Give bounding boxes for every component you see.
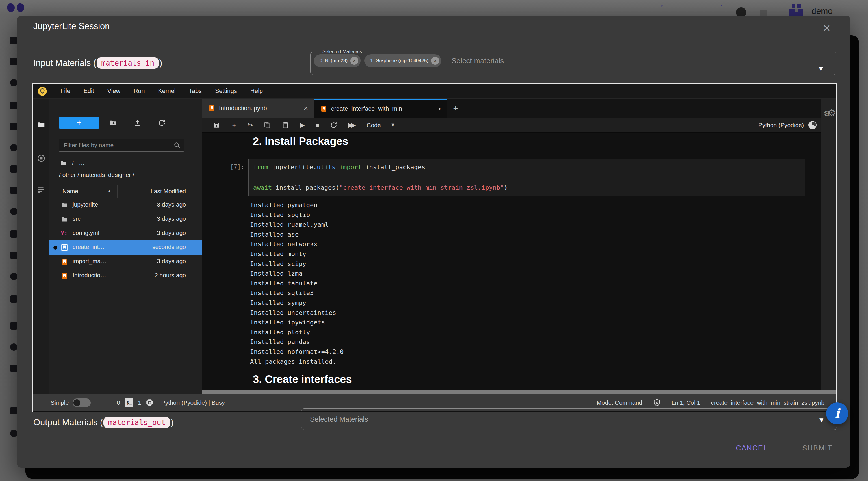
input-materials-variable: materials_in [97, 57, 159, 69]
sort-ascending-icon[interactable]: ▲ [107, 189, 111, 193]
code-line [253, 172, 801, 183]
chip-remove-icon[interactable]: × [350, 57, 358, 65]
notebook-main-area: Introduction.ipynb×create_interface_with… [202, 99, 820, 394]
code-line: from jupyterlite.utils import install_pa… [253, 162, 801, 172]
table-of-contents-icon[interactable] [37, 186, 45, 194]
tab-bar: Introduction.ipynb×create_interface_with… [202, 99, 820, 118]
menu-file[interactable]: File [60, 88, 70, 95]
cursor-position[interactable]: Ln 1, Col 1 [672, 399, 701, 406]
breadcrumb-root[interactable]: / [72, 160, 74, 167]
stop-kernel-icon[interactable]: ■ [315, 122, 319, 129]
file-name: import_ma… [73, 258, 106, 265]
home-folder-icon[interactable] [60, 160, 67, 167]
kernel-name[interactable]: Python (Pyodide) [758, 122, 804, 128]
file-row[interactable]: src3 days ago [50, 212, 202, 227]
input-materials-suffix: ) [159, 58, 162, 68]
section-heading-3: 3. Create interfaces [253, 373, 352, 386]
material-chip[interactable]: 1: Graphene (mp-1040425)× [365, 54, 441, 67]
notebook-tab[interactable]: create_interface_with_min_● [314, 99, 447, 118]
output-line: Installed scipy [250, 259, 344, 269]
selected-materials-field[interactable]: Selected Materials 0: Ni (mp-23)×1: Grap… [310, 49, 836, 75]
column-name[interactable]: Name [62, 188, 78, 195]
file-row[interactable]: Y:config.yml3 days ago [50, 227, 202, 241]
restart-run-all-icon[interactable]: ▶▶ [348, 122, 354, 129]
output-line: Installed ipywidgets [250, 318, 344, 328]
restart-kernel-icon[interactable] [330, 122, 337, 129]
tab-close-icon[interactable]: × [304, 104, 308, 113]
running-kernels-icon[interactable] [37, 154, 45, 162]
info-button[interactable]: i [826, 402, 848, 424]
menu-tabs[interactable]: Tabs [189, 88, 202, 95]
chip-remove-icon[interactable]: × [431, 57, 439, 65]
active-filename: create_interface_with_min_strain_zsl.ipy… [711, 399, 825, 406]
upload-icon[interactable] [134, 119, 142, 127]
output-materials-prefix: Output Materials ( [33, 417, 103, 428]
kernel-status[interactable]: Python (Pyodide) | Busy [161, 399, 225, 406]
chevron-down-icon[interactable]: ▼ [818, 416, 825, 424]
command-mode-indicator[interactable]: Mode: Command [597, 399, 642, 406]
notebook-content: 2. Install Packages [7]: from jupyterlit… [202, 132, 820, 390]
submit-button[interactable]: SUBMIT [801, 444, 834, 452]
cell-type-select[interactable]: Code [367, 122, 381, 128]
header-divider [17, 44, 850, 44]
notebook-file-icon [61, 258, 68, 265]
output-line: Installed ruamel.yaml [250, 220, 344, 230]
breadcrumb-path[interactable]: / other / materials_designer / [59, 172, 134, 178]
folder-icon [61, 216, 68, 223]
unsaved-changes-dot: ● [438, 106, 441, 112]
file-filter-input[interactable] [63, 140, 169, 150]
menu-settings[interactable]: Settings [215, 88, 237, 95]
running-indicator-dot [53, 246, 57, 249]
cell-type-chevron-icon[interactable]: ▼ [391, 122, 396, 128]
cancel-button[interactable]: CANCEL [734, 444, 769, 452]
file-modified: seconds ago [152, 244, 186, 250]
file-row[interactable]: create_int…seconds ago [50, 241, 202, 254]
output-line: Installed lzma [250, 269, 344, 279]
selected-materials-legend: Selected Materials [320, 49, 364, 55]
menu-help[interactable]: Help [250, 88, 263, 95]
file-modified: 3 days ago [157, 258, 186, 265]
file-list-header: Name ▲ Last Modified [50, 185, 202, 198]
code-cell[interactable]: from jupyterlite.utils import install_pa… [248, 159, 805, 196]
menu-run[interactable]: Run [134, 88, 145, 95]
copy-cells-icon[interactable] [264, 122, 271, 129]
material-chip[interactable]: 0: Ni (mp-23)× [314, 54, 361, 67]
file-row[interactable]: Introductio…2 hours ago [50, 269, 202, 283]
code-line: await install_packages("create_interface… [253, 183, 801, 193]
material-chip-label: 0: Ni (mp-23) [319, 58, 347, 64]
breadcrumb-ellipsis[interactable]: … [79, 160, 85, 167]
new-tab-button[interactable]: + [447, 99, 464, 118]
output-line: Installed pandas [250, 337, 344, 347]
close-icon[interactable]: × [819, 20, 835, 36]
refresh-icon[interactable] [158, 119, 166, 127]
notebook-tab[interactable]: Introduction.ipynb× [202, 99, 314, 118]
menu-edit[interactable]: Edit [84, 88, 94, 95]
output-materials-select[interactable]: Selected Materials ▼ [301, 409, 837, 430]
output-line: Installed monty [250, 249, 344, 259]
new-launcher-button[interactable]: + [59, 117, 99, 128]
notifications-off-icon[interactable] [653, 399, 661, 407]
paste-cells-icon[interactable] [282, 122, 289, 129]
file-row[interactable]: jupyterlite3 days ago [50, 198, 202, 212]
output-line: Installed networkx [250, 239, 344, 249]
column-last-modified[interactable]: Last Modified [151, 188, 186, 195]
simple-mode-toggle[interactable] [73, 398, 91, 407]
file-name: src [73, 215, 81, 222]
file-row[interactable]: import_ma…3 days ago [50, 254, 202, 269]
output-line: Installed sqlite3 [250, 288, 344, 298]
file-name: config.yml [73, 230, 99, 236]
new-folder-icon[interactable] [110, 119, 117, 127]
file-browser-icon[interactable] [37, 121, 45, 129]
menu-view[interactable]: View [107, 88, 120, 95]
property-inspector-icon[interactable]: ⚙⚙ [824, 107, 833, 118]
tab-label: Introduction.ipynb [219, 105, 267, 112]
jupyterlite-logo-icon [38, 87, 47, 96]
menu-kernel[interactable]: Kernel [158, 88, 176, 95]
chevron-down-icon[interactable]: ▼ [817, 65, 824, 72]
insert-cell-icon[interactable]: ＋ [231, 121, 237, 129]
breadcrumb: / … [60, 160, 85, 167]
save-icon[interactable] [213, 122, 220, 129]
horizontal-scrollbar[interactable] [202, 390, 836, 394]
cut-cells-icon[interactable]: ✂ [248, 122, 253, 129]
run-cell-icon[interactable]: ▶ [300, 122, 305, 129]
